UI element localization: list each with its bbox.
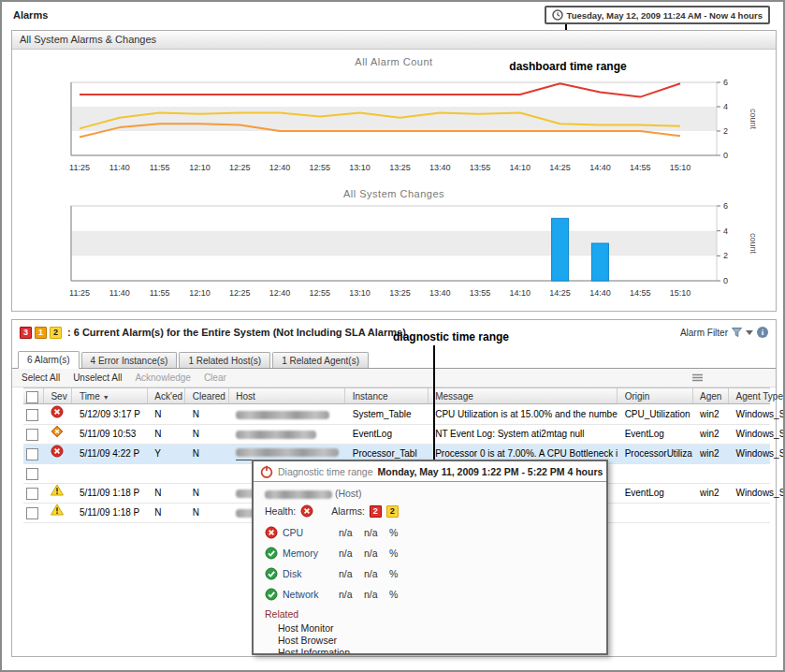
related-section-label: Related (265, 608, 595, 620)
link-host-information[interactable]: Host Information (265, 647, 595, 655)
table-customizer-icon[interactable] (692, 373, 703, 382)
metric-name[interactable]: Memory (283, 548, 334, 559)
annotation-dashboard-time-range: dashboard time range (484, 60, 652, 73)
series-critical (80, 83, 680, 96)
info-icon[interactable]: i (757, 327, 768, 338)
select-all-button[interactable]: Select All (22, 373, 60, 383)
alarms-dashboard: Alarms Tuesday, May 12, 2009 11:24 AM - … (0, 0, 785, 672)
link-host-monitor[interactable]: Host Monitor (265, 622, 595, 635)
link-host-browser[interactable]: Host Browser (265, 635, 595, 647)
y-tick-label: 6 (723, 201, 728, 211)
row-checkbox[interactable] (26, 429, 38, 441)
row-checkbox[interactable] (26, 507, 38, 519)
x-tick-label: 15:10 (670, 163, 691, 172)
x-tick-label: 13:10 (349, 288, 371, 298)
metric-name[interactable]: Network (283, 589, 334, 600)
diagnostic-range-label: Diagnostic time range (278, 466, 373, 477)
chevron-down-icon[interactable] (746, 330, 753, 335)
x-tick-label: 13:25 (389, 163, 411, 172)
host-cell[interactable] (233, 405, 345, 424)
host-cell[interactable] (233, 425, 345, 444)
plot-band (71, 107, 717, 131)
tab-error-instances[interactable]: 4 Error Instance(s) (81, 352, 178, 368)
column-acked[interactable]: Ack'ed (152, 388, 185, 403)
tooltip-critical-badge[interactable]: 2 (370, 505, 382, 518)
metric-status-icon (265, 547, 278, 560)
y-tick-label: 4 (723, 226, 728, 236)
column-origin[interactable]: Origin (622, 388, 693, 403)
metric-status-icon (265, 588, 278, 601)
clear-button[interactable]: Clear (204, 373, 226, 383)
unselect-all-button[interactable]: Unselect All (73, 373, 122, 383)
time-range-label: Tuesday, May 12, 2009 11:24 AM - Now 4 h… (567, 10, 763, 21)
x-tick-label: 14:40 (589, 163, 611, 172)
column-time[interactable]: Time▼ (77, 388, 148, 403)
plot-band (71, 231, 717, 256)
tab-related-hosts[interactable]: 1 Related Host(s) (179, 352, 270, 368)
sort-desc-icon: ▼ (103, 394, 109, 401)
alarm-filter[interactable]: Alarm Filter i (680, 327, 768, 338)
host-link[interactable] (236, 448, 339, 460)
column-agent[interactable]: Agen (697, 388, 729, 403)
metric-row: Memory n/a n/a % (265, 547, 595, 560)
row-checkbox[interactable] (26, 448, 38, 460)
instance-cell: System_Table (350, 405, 429, 424)
x-tick-label: 12:55 (310, 288, 331, 298)
alarm-count-chart-title: All Alarm Count (12, 56, 776, 67)
bar (552, 218, 569, 281)
tab-related-agents[interactable]: 1 Related Agent(s) (272, 352, 369, 368)
alarm-count-chart: 0246count11:2511:4011:5512:1012:2512:401… (20, 78, 768, 178)
x-tick-label: 13:40 (429, 163, 451, 172)
table-header: Sev Time▼ Ack'ed Cleared Host Instance M… (23, 387, 770, 404)
column-message[interactable]: Message (432, 388, 618, 403)
column-host[interactable]: Host (233, 388, 345, 403)
column-cleared[interactable]: Cleared (190, 388, 229, 403)
metric-row: CPU n/a n/a % (265, 526, 595, 539)
metric-name[interactable]: Disk (283, 568, 334, 579)
y-tick-label: 6 (723, 78, 728, 87)
cleared-cell: N (190, 484, 229, 503)
y-tick-label: 2 (723, 126, 728, 136)
column-agent-type[interactable]: Agent Type (734, 388, 785, 403)
metric-unit: % (389, 527, 398, 538)
acknowledge-button[interactable]: Acknowledge (135, 373, 190, 383)
table-row[interactable]: 5/11/09 10:53 N N EventLog NT Event Log:… (23, 425, 770, 445)
column-sev[interactable]: Sev (48, 388, 72, 403)
metric-value-1: n/a (339, 589, 359, 600)
severity-icon (48, 405, 72, 418)
metric-value-2: n/a (364, 568, 385, 579)
filter-funnel-icon (732, 328, 742, 337)
x-tick-label: 11:25 (69, 288, 90, 298)
column-instance[interactable]: Instance (350, 388, 429, 403)
tooltip-warning-badge[interactable]: 2 (386, 505, 399, 518)
critical-count-badge: 3 (20, 327, 32, 339)
table-row[interactable]: 5/12/09 3:17 P N N System_Table CPU Util… (23, 405, 770, 425)
agent-cell: win2 (697, 425, 729, 444)
row-checkbox[interactable] (26, 409, 38, 421)
charts-panel-header: All System Alarms & Changes (12, 31, 776, 50)
dashboard-time-range-selector[interactable]: Tuesday, May 12, 2009 11:24 AM - Now 4 h… (545, 6, 770, 24)
x-tick-label: 12:10 (189, 288, 211, 298)
select-all-checkbox[interactable] (26, 391, 38, 403)
message-cell: NT Event Log: System ati2mtag null (432, 425, 618, 444)
x-tick-label: 14:10 (510, 288, 531, 298)
power-icon (260, 465, 273, 478)
row-checkbox[interactable] (26, 468, 38, 480)
redacted-host (236, 448, 339, 457)
y-tick-label: 2 (723, 251, 728, 260)
tooltip-header: Diagnostic time range Monday, May 11, 20… (254, 461, 606, 482)
x-tick-label: 12:10 (189, 163, 211, 172)
row-checkbox[interactable] (26, 488, 38, 500)
tab-alarms[interactable]: 6 Alarm(s) (18, 351, 80, 369)
tab-bar: 6 Alarm(s) 4 Error Instance(s) 1 Related… (12, 349, 776, 369)
metric-row: Disk n/a n/a % (265, 567, 595, 580)
cleared-cell: N (190, 504, 229, 522)
y-tick-label: 0 (723, 276, 728, 285)
alarm-summary-text: : 6 Current Alarm(s) for the Entire Syst… (67, 327, 406, 338)
y-axis-label: count (749, 109, 758, 130)
redacted-host (236, 411, 329, 419)
metric-name[interactable]: CPU (283, 527, 334, 538)
alarm-filter-label: Alarm Filter (680, 328, 728, 338)
table-toolbar: Select All Unselect All Acknowledge Clea… (12, 369, 776, 387)
x-tick-label: 14:40 (589, 288, 611, 298)
